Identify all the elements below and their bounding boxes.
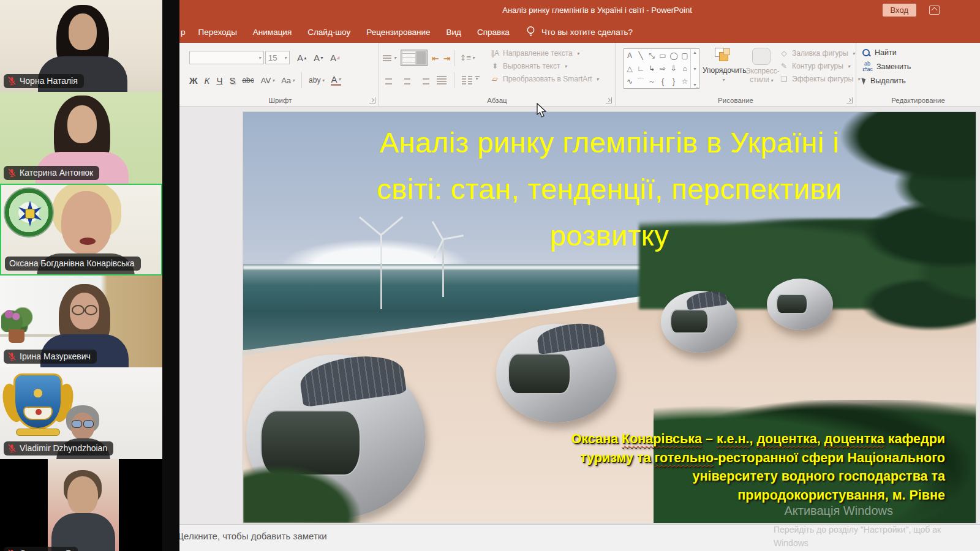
quick-styles-icon	[752, 48, 771, 65]
elbow-arrow-icon[interactable]: ↳	[649, 65, 655, 72]
ribbon-display-options-icon[interactable]	[929, 6, 940, 15]
text-direction-button[interactable]: ∥A Направление текста▾	[490, 49, 599, 58]
shrink-font-button[interactable]: A▼	[314, 53, 324, 63]
underline-button[interactable]: Ч	[216, 75, 222, 86]
tab-help[interactable]: Справка	[469, 28, 518, 37]
arc-icon[interactable]: ⌒	[637, 78, 644, 85]
tab-partial[interactable]: р	[179, 28, 190, 37]
shape-effects-icon: ❏	[779, 75, 789, 83]
strikethrough-button[interactable]: abc	[242, 76, 254, 84]
text-box-icon[interactable]: A	[627, 52, 632, 59]
scroll-up-icon[interactable]: ▲	[693, 50, 697, 54]
tell-me-box[interactable]: Что вы хотите сделать?	[535, 28, 639, 37]
participant-tile[interactable]: Ірина Мазуркевич	[0, 276, 162, 367]
align-center-button[interactable]	[402, 76, 412, 84]
scribble-icon[interactable]: ∿	[627, 78, 633, 85]
participant-name: Ірина Мазуркевич	[20, 351, 91, 361]
meeting-sidebar: Чорна Наталія Катерина Антонюк Оксана Бо…	[0, 0, 179, 551]
italic-button[interactable]: К	[205, 75, 210, 86]
down-arrow-icon[interactable]: ⇩	[671, 65, 677, 72]
title-bar[interactable]: Аналіз ринку глемпінгів в Україні і світ…	[179, 0, 980, 21]
line-spacing-button[interactable]: ⇕≡▾	[459, 53, 475, 62]
triangle-icon[interactable]: △	[627, 65, 632, 72]
dialog-launcher-icon[interactable]	[606, 97, 612, 103]
tab-animations[interactable]: Анимация	[245, 28, 300, 37]
align-right-button[interactable]	[420, 76, 429, 84]
select-button[interactable]: Выделить	[862, 77, 911, 85]
arrange-button[interactable]: Упорядочить ▾	[703, 48, 743, 83]
mic-off-icon	[8, 352, 16, 361]
shape-effects-button[interactable]: ❏ Эффекты фигуры▾	[779, 75, 860, 83]
find-button[interactable]: Найти	[862, 48, 911, 57]
rectangle-icon[interactable]: ▭	[659, 52, 666, 59]
font-name-combo[interactable]: ▾	[189, 51, 264, 64]
participant-name: Катерина Антонюк	[20, 168, 93, 178]
mic-off-icon	[8, 77, 16, 86]
freeform-icon[interactable]: ⌂	[682, 65, 687, 72]
align-left-button[interactable]	[385, 76, 395, 84]
tab-transitions[interactable]: Переходы	[190, 28, 245, 37]
align-text-button[interactable]: ⬍ Выровнять текст▾	[490, 62, 599, 70]
participant-tile[interactable]: Катерина Антонюк	[0, 92, 162, 184]
tab-slideshow[interactable]: Слайд-шоу	[300, 28, 358, 37]
decrease-indent-button[interactable]: ⇤	[432, 53, 439, 63]
arrange-icon	[714, 48, 732, 64]
shape-fill-icon: ◇	[779, 49, 789, 58]
columns-button[interactable]: ▾	[462, 76, 480, 84]
convert-smartart-button[interactable]: ▱ Преобразовать в SmartArt▾	[490, 75, 599, 83]
increase-indent-button[interactable]: ⇥	[443, 53, 451, 63]
font-size-combo[interactable]: 15▾	[265, 51, 290, 64]
shape-outline-button[interactable]: ✎ Контур фигуры▾	[779, 62, 860, 70]
dialog-launcher-icon[interactable]	[369, 97, 375, 103]
notes-placeholder[interactable]: Щелкните, чтобы добавить заметки	[179, 531, 327, 541]
text-shadow-button[interactable]: S	[229, 75, 235, 86]
slide[interactable]: Аналіз ринку глемпінгів в Україні ісвіті…	[243, 112, 976, 523]
left-brace-icon[interactable]: {	[662, 78, 664, 85]
glasses-icon	[72, 305, 97, 313]
star-icon[interactable]: ☆	[682, 78, 688, 85]
font-color-button[interactable]: A▾	[331, 75, 341, 86]
dialog-launcher-icon[interactable]	[846, 97, 853, 103]
highlight-color-button[interactable]: aby▾	[309, 76, 324, 84]
windows-activation-subtext: Windows	[774, 538, 809, 548]
line-arrow-icon[interactable]: ⤡	[649, 52, 655, 59]
participant-tile[interactable]: Чорна Наталія	[0, 0, 162, 92]
elbow-connector-icon[interactable]: ∟	[637, 65, 644, 72]
tab-review[interactable]: Рецензирование	[358, 28, 438, 37]
bullets-button[interactable]: ▾	[383, 55, 396, 61]
rounded-rectangle-icon[interactable]: ▢	[681, 52, 688, 59]
change-case-button[interactable]: Aa▾	[281, 76, 295, 85]
grow-font-button[interactable]: A▲	[297, 53, 307, 63]
powerpoint-window: Аналіз ринку глемпінгів в Україні і світ…	[179, 0, 980, 551]
participant-tile[interactable]: Олександр Б	[0, 459, 162, 551]
sign-in-button[interactable]: Вход	[883, 4, 916, 17]
mic-off-icon	[8, 168, 16, 178]
right-brace-icon[interactable]: }	[673, 78, 675, 85]
participant-tile-active-speaker[interactable]: Оксана Богданівна Конарівська	[0, 184, 162, 276]
clear-formatting-button[interactable]: A◢	[330, 53, 339, 63]
shapes-gallery-scrollbar[interactable]: ▲ ▼ ▼̲	[690, 49, 699, 88]
shape-fill-button[interactable]: ◇ Заливка фигуры▾	[779, 49, 860, 58]
participant-tile[interactable]: Vladimir Dzhyndzhoian	[0, 367, 162, 459]
numbering-icon	[402, 51, 415, 64]
justify-button[interactable]	[437, 76, 447, 84]
replace-button[interactable]: ab⇄ac Заменить	[862, 61, 911, 72]
curve-icon[interactable]: ～	[648, 78, 655, 85]
participant-name-badge: Ірина Мазуркевич	[4, 350, 97, 364]
bold-button[interactable]: Ж	[189, 75, 198, 86]
oval-icon[interactable]: ◯	[669, 52, 677, 59]
scroll-down-icon[interactable]: ▼	[693, 67, 697, 71]
shape-outline-icon: ✎	[779, 62, 789, 70]
line-icon[interactable]: ╲	[638, 52, 643, 59]
quick-styles-button[interactable]: Экспресс-стили▾	[745, 48, 777, 84]
character-spacing-button[interactable]: AV▾	[261, 76, 274, 85]
notes-pane[interactable]: Щелкните, чтобы добавить заметки Перейді…	[179, 524, 980, 551]
more-shapes-icon[interactable]: ▼̲	[693, 83, 697, 87]
tab-view[interactable]: Вид	[438, 28, 469, 37]
slide-author-text[interactable]: Оксана Конарівська – к.е.н., доцентка, д…	[571, 430, 945, 504]
right-arrow-icon[interactable]: ⇨	[660, 65, 666, 72]
numbering-button[interactable]	[401, 50, 428, 66]
text-direction-icon: ∥A	[490, 49, 500, 58]
lightbulb-icon	[526, 26, 535, 38]
slide-title[interactable]: Аналіз ринку глемпінгів в Україні ісвіті…	[265, 119, 954, 259]
